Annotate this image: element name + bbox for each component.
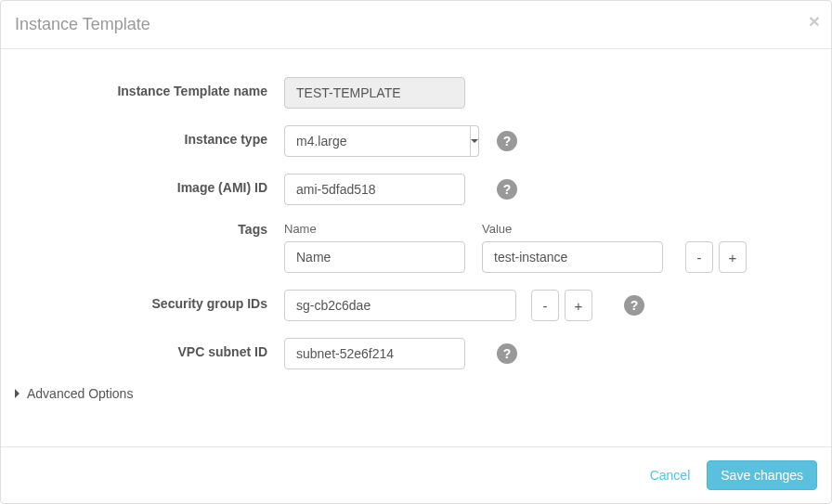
instance-type-dropdown-button[interactable] bbox=[471, 125, 479, 157]
modal-title: Instance Template bbox=[15, 15, 817, 34]
row-instance-type: Instance type ? bbox=[15, 125, 817, 157]
help-icon-image-ami[interactable]: ? bbox=[497, 179, 517, 200]
tag-remove-button[interactable]: - bbox=[685, 241, 713, 273]
help-icon-instance-type[interactable]: ? bbox=[497, 131, 517, 151]
row-template-name: Instance Template name bbox=[15, 77, 817, 109]
tag-name-input[interactable] bbox=[284, 241, 465, 273]
label-security-groups: Security group IDs bbox=[15, 290, 284, 311]
save-button[interactable]: Save changes bbox=[707, 460, 817, 490]
help-icon-vpc-subnet[interactable]: ? bbox=[497, 343, 517, 364]
instance-type-input[interactable] bbox=[284, 125, 471, 157]
tag-header-name: Name bbox=[284, 222, 465, 236]
label-tags: Tags bbox=[15, 222, 284, 237]
instance-type-combo bbox=[284, 125, 465, 157]
label-template-name: Instance Template name bbox=[15, 77, 284, 98]
cancel-button[interactable]: Cancel bbox=[650, 468, 691, 483]
row-image-ami: Image (AMI) ID ? bbox=[15, 174, 817, 205]
security-group-input[interactable] bbox=[284, 290, 516, 321]
sg-remove-button[interactable]: - bbox=[531, 290, 559, 321]
modal-header: Instance Template × bbox=[1, 1, 831, 49]
template-name-input[interactable] bbox=[284, 77, 465, 109]
close-icon[interactable]: × bbox=[809, 10, 820, 32]
help-icon-security-groups[interactable]: ? bbox=[624, 295, 644, 316]
tag-add-button[interactable]: + bbox=[719, 241, 747, 273]
chevron-right-icon bbox=[15, 389, 20, 398]
vpc-subnet-input[interactable] bbox=[284, 338, 465, 369]
modal-footer: Cancel Save changes bbox=[1, 446, 831, 503]
advanced-options-toggle[interactable]: Advanced Options bbox=[15, 386, 817, 401]
tag-row: - + bbox=[284, 241, 747, 273]
tag-headers: Name Value bbox=[284, 222, 747, 236]
label-vpc-subnet: VPC subnet ID bbox=[15, 338, 284, 359]
instance-template-modal: Instance Template × Instance Template na… bbox=[0, 0, 832, 504]
modal-body: Instance Template name Instance type ? I… bbox=[1, 49, 831, 446]
sg-add-button[interactable]: + bbox=[565, 290, 592, 321]
tag-value-input[interactable] bbox=[482, 241, 663, 273]
row-vpc-subnet: VPC subnet ID ? bbox=[15, 338, 817, 369]
tags-block: Name Value - + bbox=[284, 222, 747, 273]
row-tags: Tags Name Value - + bbox=[15, 222, 817, 273]
label-instance-type: Instance type bbox=[15, 125, 284, 147]
advanced-options-label: Advanced Options bbox=[27, 386, 133, 401]
label-image-ami: Image (AMI) ID bbox=[15, 174, 284, 195]
tag-header-value: Value bbox=[482, 222, 663, 236]
caret-down-icon bbox=[471, 139, 478, 143]
security-group-row: - + ? bbox=[284, 290, 644, 321]
image-ami-input[interactable] bbox=[284, 174, 465, 205]
row-security-groups: Security group IDs - + ? bbox=[15, 290, 817, 321]
